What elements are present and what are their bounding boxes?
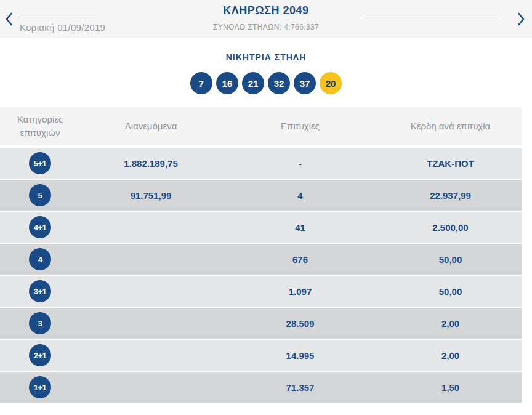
winners-value: 71.357 xyxy=(222,382,379,393)
draw-title: ΚΛΗΡΩΣΗ 2049 xyxy=(0,4,532,17)
winning-column-section: ΝΙΚΗΤΡΙΑ ΣΤΗΛΗ 71621323720 xyxy=(0,38,532,107)
winners-value: - xyxy=(222,158,379,169)
col-header-prize: Κέρδη ανά επιτυχία xyxy=(379,119,522,133)
winning-numbers-row: 71621323720 xyxy=(0,72,532,94)
category-cell: 4 xyxy=(0,248,80,270)
prize-value: 50,00 xyxy=(379,254,522,265)
winners-value: 41 xyxy=(222,222,379,233)
category-badge: 2+1 xyxy=(29,344,51,366)
winners-value: 4 xyxy=(222,190,379,201)
prize-value: 2,00 xyxy=(379,318,522,329)
results-table: Κατηγορίες επιτυχιών Διανεμόμενα Επιτυχί… xyxy=(0,107,522,403)
category-badge: 1+1 xyxy=(29,376,51,398)
winning-column-title: ΝΙΚΗΤΡΙΑ ΣΤΗΛΗ xyxy=(0,52,532,62)
winning-number-ball: 37 xyxy=(294,72,316,94)
winning-number-ball: 32 xyxy=(268,72,290,94)
category-cell: 5 xyxy=(0,184,80,206)
winning-number-ball: 7 xyxy=(190,72,212,94)
total-columns: ΣΥΝΟΛΟ ΣΤΗΛΩΝ: 4.766.337 xyxy=(0,23,532,31)
category-badge: 3+1 xyxy=(29,280,51,302)
category-cell: 4+1 xyxy=(0,216,80,238)
prize-value: 22.937,99 xyxy=(379,190,522,201)
prize-value: 2.500,00 xyxy=(379,222,522,233)
winners-value: 28.509 xyxy=(222,318,379,329)
category-cell: 1+1 xyxy=(0,376,80,398)
header-divider-right xyxy=(361,17,501,17)
winning-number-ball: 21 xyxy=(242,72,264,94)
distributed-value: 1.882.189,75 xyxy=(80,158,222,169)
col-header-distributed: Διανεμόμενα xyxy=(80,119,222,133)
category-badge: 4+1 xyxy=(29,216,51,238)
table-row: 2+114.9952,00 xyxy=(0,340,522,371)
table-row: 4+1412.500,00 xyxy=(0,212,522,243)
table-row: 328.5092,00 xyxy=(0,308,522,339)
winners-value: 1.097 xyxy=(222,286,379,297)
table-row: 5+11.882.189,75-ΤΖΑΚ-ΠΟΤ xyxy=(0,148,522,179)
table-row: 591.751,99422.937,99 xyxy=(0,180,522,211)
prize-value: 2,00 xyxy=(379,350,522,361)
winners-value: 14.995 xyxy=(222,350,379,361)
distributed-value: 91.751,99 xyxy=(80,190,222,201)
table-row: 1+171.3571,50 xyxy=(0,372,522,403)
table-body: 5+11.882.189,75-ΤΖΑΚ-ΠΟΤ591.751,99422.93… xyxy=(0,148,522,403)
prize-value: ΤΖΑΚ-ΠΟΤ xyxy=(379,158,522,169)
chevron-right-icon xyxy=(517,12,525,26)
category-badge: 4 xyxy=(29,248,51,270)
next-draw-button[interactable] xyxy=(514,10,528,28)
category-badge: 3 xyxy=(29,312,51,334)
draw-header: Κυριακή 01/09/2019 ΚΛΗΡΩΣΗ 2049 ΣΥΝΟΛΟ Σ… xyxy=(0,0,532,38)
winners-value: 676 xyxy=(222,254,379,265)
bonus-number-ball: 20 xyxy=(320,72,342,94)
col-header-winners: Επιτυχίες xyxy=(222,119,379,133)
table-row: 3+11.09750,00 xyxy=(0,276,522,307)
table-header-row: Κατηγορίες επιτυχιών Διανεμόμενα Επιτυχί… xyxy=(0,107,522,145)
winning-number-ball: 16 xyxy=(216,72,238,94)
prize-value: 50,00 xyxy=(379,286,522,297)
col-header-categories: Κατηγορίες επιτυχιών xyxy=(0,113,80,140)
category-badge: 5+1 xyxy=(29,152,51,174)
category-cell: 5+1 xyxy=(0,152,80,174)
category-badge: 5 xyxy=(29,184,51,206)
category-cell: 2+1 xyxy=(0,344,80,366)
prize-value: 1,50 xyxy=(379,382,522,393)
category-cell: 3 xyxy=(0,312,80,334)
table-row: 467650,00 xyxy=(0,244,522,275)
category-cell: 3+1 xyxy=(0,280,80,302)
